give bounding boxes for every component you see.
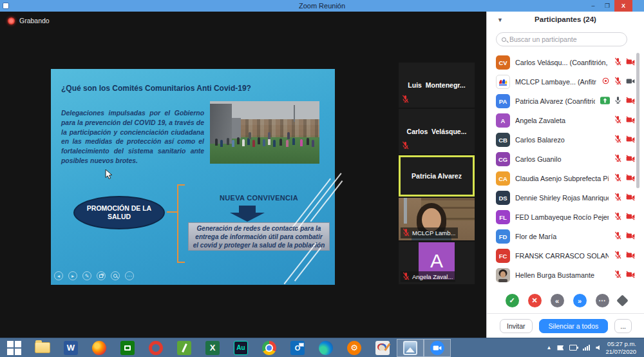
- close-button[interactable]: X: [614, 0, 632, 12]
- video-off-icon[interactable]: [626, 95, 635, 107]
- participant-row[interactable]: FDFlor de María: [487, 227, 640, 246]
- video-tile[interactable]: Carlos Velásque...: [399, 109, 475, 154]
- slide-next-button[interactable]: ▸: [68, 271, 77, 280]
- taskbar-edge-icon[interactable]: [312, 338, 340, 357]
- mic-muted-icon[interactable]: [614, 76, 622, 88]
- mic-muted-icon[interactable]: [614, 211, 622, 223]
- participant-row[interactable]: DSDennie Shirley Rojas Manrique: [487, 188, 640, 207]
- video-off-icon[interactable]: [626, 250, 635, 262]
- mic-muted-icon[interactable]: [614, 192, 622, 204]
- slide-magnifier-button[interactable]: [111, 271, 120, 280]
- participants-scrollbar[interactable]: [636, 53, 639, 188]
- slide-slides-button[interactable]: [97, 271, 106, 280]
- meeting-stage: Grabando ¿Qué son los Comités Comunitari…: [0, 12, 486, 338]
- taskbar-settings-icon[interactable]: ⚙: [340, 338, 368, 357]
- raise-hand-button[interactable]: [616, 294, 628, 306]
- participant-name: Carlos Velásqu... (Coanfitrión, yo): [515, 59, 609, 66]
- taskbar-windows-start-icon[interactable]: [0, 338, 28, 357]
- taskbar-opera-icon[interactable]: [142, 338, 170, 357]
- photo-avatar: [496, 268, 510, 282]
- participant-name: Patricia Alvarez (Coanfitrión): [515, 97, 595, 105]
- video-tile[interactable]: MCLCP Lamb...: [399, 198, 475, 240]
- taskbar-paint-icon[interactable]: [368, 338, 397, 357]
- slide-prev-button[interactable]: ◂: [54, 271, 63, 280]
- taskbar-photos-icon[interactable]: [397, 339, 424, 357]
- more-options-button[interactable]: ...: [614, 319, 632, 333]
- participant-row[interactable]: PAPatricia Alvarez (Coanfitrión): [487, 92, 640, 111]
- mic-muted-icon[interactable]: [614, 269, 622, 281]
- taskbar-audition-icon[interactable]: Au: [227, 338, 255, 357]
- participant-name: Hellen Burga Bustamante: [515, 271, 609, 279]
- taskbar-firefox-icon[interactable]: [85, 338, 113, 357]
- video-tile[interactable]: AAngela Zaval...: [399, 242, 475, 284]
- mic-muted-icon[interactable]: [614, 173, 622, 184]
- mic-muted-icon[interactable]: [614, 115, 622, 126]
- slide-pen-button[interactable]: ✎: [82, 271, 91, 280]
- video-off-icon[interactable]: [626, 192, 635, 204]
- taskbar-chrome-icon[interactable]: [255, 338, 283, 357]
- participant-row[interactable]: CGCarlos Guanilo: [487, 150, 640, 169]
- participant-row[interactable]: FLFED Lambayeque Rocío Pejerrey: [487, 207, 640, 227]
- mic-on-icon[interactable]: [614, 95, 622, 107]
- video-off-icon[interactable]: [626, 134, 635, 146]
- participant-row[interactable]: AAngela Zavaleta: [487, 111, 640, 130]
- mic-muted-icon[interactable]: [614, 134, 622, 146]
- video-off-icon[interactable]: [626, 173, 635, 184]
- recording-icon[interactable]: [601, 76, 610, 88]
- power-icon[interactable]: [569, 345, 577, 351]
- participant-row[interactable]: Hellen Burga Bustamante: [487, 265, 640, 285]
- bracket-top-stub: [177, 184, 185, 186]
- taskbar-clock[interactable]: 05:27 p.m. 21/07/2020: [605, 340, 639, 356]
- taskbar-zoom-icon[interactable]: [424, 339, 451, 357]
- slide-more-button[interactable]: ⋯: [125, 271, 134, 280]
- video-off-icon[interactable]: [626, 153, 635, 165]
- taskbar-excel-icon[interactable]: X: [198, 338, 227, 357]
- taskbar-word-icon[interactable]: W: [57, 338, 85, 357]
- mic-muted-icon[interactable]: [614, 153, 622, 165]
- clock-time: 05:27 p.m.: [605, 340, 636, 348]
- participant-row[interactable]: MCLCP Lambaye... (Anfitrión): [487, 72, 640, 92]
- mute-all-button[interactable]: Silenciar a todos: [539, 319, 609, 333]
- no-button[interactable]: ✕: [528, 294, 542, 307]
- mic-muted-icon: [401, 140, 410, 152]
- restore-button[interactable]: ❐: [600, 0, 614, 12]
- video-off-icon[interactable]: [626, 231, 635, 242]
- participant-row[interactable]: FCFRANSK CARRASCO SOLANO: [487, 246, 640, 265]
- mic-muted-icon[interactable]: [614, 57, 622, 68]
- hidden-icons-caret[interactable]: ▲: [547, 345, 552, 351]
- video-tile[interactable]: Patricia Alvarez: [399, 155, 475, 197]
- taskbar-coreldraw-icon[interactable]: [170, 338, 198, 357]
- video-tile[interactable]: Luis Montenegr...: [399, 63, 475, 108]
- search-input[interactable]: [509, 35, 621, 43]
- taskbar-file-explorer-icon[interactable]: [28, 338, 57, 357]
- video-off-icon[interactable]: [626, 269, 635, 281]
- mic-muted-icon[interactable]: [614, 250, 622, 262]
- more-reactions-button[interactable]: ⋯: [596, 294, 609, 307]
- video-off-icon[interactable]: [626, 211, 635, 223]
- participant-search[interactable]: [496, 32, 627, 46]
- network-icon[interactable]: [583, 345, 590, 351]
- participant-row[interactable]: CBCarlos Balarezo: [487, 130, 640, 150]
- bracket-bottom-stub: [177, 262, 185, 263]
- taskbar-outlook-icon[interactable]: O: [283, 338, 312, 357]
- participant-row[interactable]: CAClaudia Asenjo Subprefecta Pim...: [487, 169, 640, 188]
- recording-icon: [8, 17, 15, 24]
- mic-muted-icon[interactable]: [614, 231, 622, 242]
- system-tray: ▲ 05:27 p.m. 21/07/2020: [547, 340, 644, 356]
- faster-button[interactable]: »: [573, 294, 587, 307]
- participant-name: Carlos Guanilo: [515, 155, 609, 163]
- participant-row[interactable]: CVCarlos Velásqu... (Coanfitrión, yo): [487, 53, 640, 72]
- taskbar-store-icon[interactable]: [113, 338, 142, 357]
- yes-button[interactable]: ✓: [506, 294, 519, 307]
- volume-icon[interactable]: [596, 345, 600, 351]
- slower-button[interactable]: «: [551, 294, 564, 307]
- invite-button[interactable]: Invitar: [500, 319, 533, 333]
- clock-date: 21/07/2020: [605, 348, 636, 356]
- initials-avatar: CG: [496, 152, 510, 166]
- video-on-icon[interactable]: [626, 76, 635, 88]
- minimize-button[interactable]: –: [586, 0, 600, 12]
- video-off-icon[interactable]: [626, 57, 635, 68]
- action-center-flag-icon[interactable]: [557, 345, 564, 351]
- screen-share-icon[interactable]: [600, 95, 610, 107]
- video-off-icon[interactable]: [626, 115, 635, 126]
